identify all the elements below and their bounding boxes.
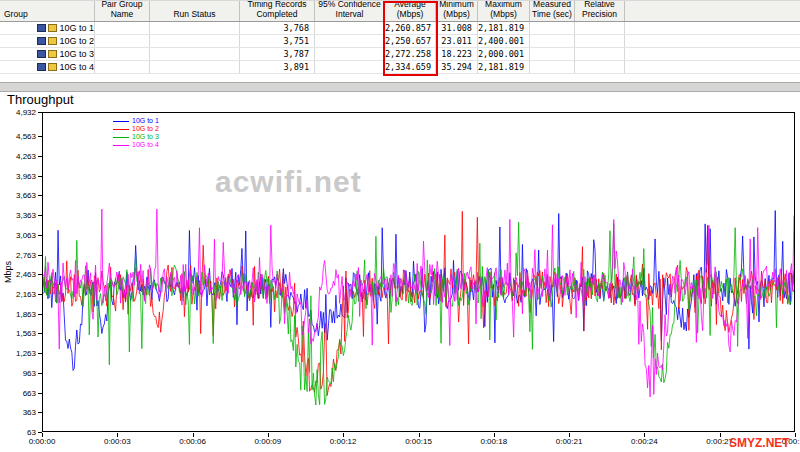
x-tick-mark — [494, 433, 495, 437]
y-tick-mark — [38, 294, 42, 295]
cell-relative_precision — [575, 48, 625, 60]
column-header-filler — [625, 1, 800, 21]
cell-confidence — [315, 61, 385, 73]
cell-average: 2,250.657 — [385, 35, 436, 47]
cell-measured_time — [530, 22, 575, 34]
legend-item: 10G to 4 — [113, 141, 159, 149]
x-tick-mark — [569, 433, 570, 437]
y-tick-label: 1,863 — [0, 310, 36, 319]
cell-run_status — [150, 48, 240, 60]
x-tick-mark — [193, 433, 194, 437]
y-tick-label: 4,932 — [0, 108, 36, 117]
x-tick-label: 0:00:18 — [469, 437, 519, 446]
x-tick-mark — [720, 433, 721, 437]
legend: 10G to 110G to 210G to 310G to 4 — [113, 117, 159, 149]
x-tick-label: 0:00:00 — [17, 437, 67, 446]
x-tick-label: 0:00:24 — [619, 437, 669, 446]
column-header-timing_records: Timing RecordsCompleted — [240, 1, 315, 21]
cell-relative_precision — [575, 22, 625, 34]
cell-timing_records: 3,891 — [240, 61, 315, 73]
legend-label: 10G to 1 — [132, 117, 159, 125]
cell-run_status — [150, 22, 240, 34]
y-tick-mark — [38, 393, 42, 394]
x-tick-label: 0:00:12 — [318, 437, 368, 446]
cell-maximum: 2,181.819 — [478, 22, 530, 34]
table-row[interactable]: 10G to 23,7512,250.65723.0112,400.001 — [0, 35, 800, 48]
cell-filler — [625, 35, 800, 47]
cell-measured_time — [530, 48, 575, 60]
legend-item: 10G to 1 — [113, 117, 159, 125]
x-tick-mark — [343, 433, 344, 437]
legend-swatch — [113, 121, 129, 122]
cell-minimum: 18.223 — [436, 48, 478, 60]
watermark: acwifi.net — [215, 165, 362, 199]
y-tick-mark — [38, 373, 42, 374]
column-header-measured_time: MeasuredTime (sec) — [530, 1, 575, 21]
endpoint-icon — [48, 37, 57, 45]
y-tick-label: 663 — [0, 389, 36, 398]
column-header-minimum: Minimum(Mbps) — [436, 1, 478, 21]
y-tick-mark — [38, 235, 42, 236]
cell-measured_time — [530, 35, 575, 47]
y-tick-mark — [38, 112, 42, 113]
cell-relative_precision — [575, 35, 625, 47]
cell-group: 10G to 2 — [0, 35, 95, 47]
cell-minimum: 31.008 — [436, 22, 478, 34]
endpoint-pair-icon — [37, 24, 46, 32]
series-lines — [43, 113, 794, 431]
cell-pair_group_name — [95, 61, 150, 73]
y-tick-label: 2,463 — [0, 270, 36, 279]
pair-group-label: 10G to 3 — [59, 48, 94, 60]
endpoint-pair-icon — [37, 63, 46, 71]
plot-area: 10G to 110G to 210G to 310G to 4 acwifi.… — [42, 112, 795, 432]
cell-maximum: 2,181.819 — [478, 61, 530, 73]
table-row[interactable]: 10G to 13,7682,260.85731.0082,181.819 — [0, 22, 800, 35]
pair-group-label: 10G to 1 — [59, 22, 94, 34]
cell-relative_precision — [575, 61, 625, 73]
y-tick-label: 1,263 — [0, 349, 36, 358]
x-tick-mark — [42, 433, 43, 437]
endpoint-pair-icon — [37, 50, 46, 58]
series-line-10g-to-3 — [43, 222, 794, 405]
pair-group-label: 10G to 4 — [59, 61, 94, 73]
ixchariot-window: GroupPair GroupNameRun StatusTiming Reco… — [0, 0, 800, 452]
cell-minimum: 23.011 — [436, 35, 478, 47]
x-tick-label: 0:00:21 — [544, 437, 594, 446]
x-tick-label: 0:00:06 — [168, 437, 218, 446]
cell-maximum: 2,000.001 — [478, 48, 530, 60]
legend-label: 10G to 3 — [132, 133, 159, 141]
y-tick-label: 4,263 — [0, 152, 36, 161]
column-header-average: Average(Mbps) — [385, 1, 436, 21]
table-row[interactable]: 10G to 43,8912,334.65935.2942,181.819 — [0, 61, 800, 74]
y-tick-label: 3,663 — [0, 191, 36, 200]
legend-item: 10G to 2 — [113, 125, 159, 133]
cell-minimum: 35.294 — [436, 61, 478, 73]
cell-filler — [625, 61, 800, 73]
y-tick-mark — [38, 136, 42, 137]
endpoint-pair-icon — [37, 37, 46, 45]
results-table-header: GroupPair GroupNameRun StatusTiming Reco… — [0, 0, 800, 22]
y-tick-label: 2,763 — [0, 251, 36, 260]
cell-pair_group_name — [95, 48, 150, 60]
cell-measured_time — [530, 61, 575, 73]
cell-timing_records: 3,751 — [240, 35, 315, 47]
cell-group: 10G to 4 — [0, 61, 95, 73]
x-tick-mark — [117, 433, 118, 437]
legend-swatch — [113, 145, 129, 146]
horizontal-scrollbar[interactable] — [0, 82, 800, 92]
column-header-pair_group_name: Pair GroupName — [95, 1, 150, 21]
site-brand: SMYZ.NET — [729, 436, 790, 450]
cell-pair_group_name — [95, 22, 150, 34]
column-header-maximum: Maximum(Mbps) — [478, 1, 530, 21]
x-tick-mark — [795, 433, 796, 437]
column-header-relative_precision: RelativePrecision — [575, 1, 625, 21]
y-tick-label: 3,063 — [0, 231, 36, 240]
cell-confidence — [315, 22, 385, 34]
legend-label: 10G to 2 — [132, 125, 159, 133]
column-header-group: Group — [0, 1, 95, 21]
cell-run_status — [150, 35, 240, 47]
column-header-confidence: 95% ConfidenceInterval — [315, 1, 385, 21]
legend-swatch — [113, 129, 129, 130]
table-row[interactable]: 10G to 33,7872,272.25818.2232,000.001 — [0, 48, 800, 61]
cell-group: 10G to 3 — [0, 48, 95, 60]
